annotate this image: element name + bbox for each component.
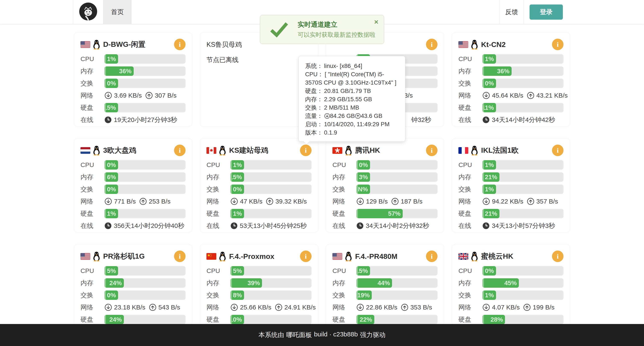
cpu-row: CPU0% bbox=[80, 160, 186, 170]
server-card: Kt-CN2iCPU1%内存36%交换0%网络45.64 KB/s43.21 K… bbox=[452, 32, 570, 127]
swap-row: 交换1% bbox=[458, 290, 564, 300]
memory-progress-bar: 3% bbox=[356, 172, 438, 182]
tooltip-traffic-down: 84.26 GB bbox=[330, 112, 355, 119]
memory-row: 内存21% bbox=[458, 172, 564, 182]
tooltip-row: 交换：2 MB/511 MB bbox=[305, 103, 400, 112]
memory-progress-bar: 44% bbox=[356, 278, 438, 288]
swap-progress-bar: 0% bbox=[104, 290, 186, 300]
network-speed-fragment: 3/s bbox=[404, 92, 413, 99]
memory-label: 内存 bbox=[458, 173, 482, 182]
disk-label: 硬盘 bbox=[458, 315, 482, 324]
upload-arrow-icon bbox=[527, 92, 534, 99]
memory-percent-value: 44% bbox=[378, 280, 390, 286]
memory-percent-value: 6% bbox=[107, 174, 116, 181]
disk-row: 硬盘15% bbox=[80, 103, 186, 112]
footer-build-version: build · c23b88b bbox=[314, 330, 358, 340]
swap-progress-bar: 0% bbox=[104, 78, 186, 88]
disk-percent-value: 22% bbox=[360, 316, 372, 323]
tooltip-row: CPU：[ "Intel(R) Core(TM) i5-3570S CPU @ … bbox=[305, 70, 400, 87]
upload-speed: 24.91 KB/s bbox=[284, 304, 316, 311]
cpu-progress-fill: 5% bbox=[104, 266, 118, 276]
tooltip-row: 内存：2.29 GB/15.55 GB bbox=[305, 95, 400, 103]
info-icon[interactable]: i bbox=[552, 250, 564, 262]
info-icon[interactable]: i bbox=[426, 39, 438, 50]
memory-progress-fill: 6% bbox=[104, 172, 118, 182]
swap-row: 交换0% bbox=[458, 78, 564, 88]
memory-progress-fill: 44% bbox=[356, 278, 392, 288]
country-flag-icon bbox=[80, 41, 90, 48]
swap-label: 交换 bbox=[458, 185, 482, 194]
swap-row: 交换0% bbox=[80, 290, 186, 300]
cpu-percent-value: 0% bbox=[107, 162, 116, 168]
card-title-row: 腾讯HKi bbox=[332, 144, 438, 157]
swap-row: 交换1% bbox=[458, 184, 564, 194]
memory-row: 内存36% bbox=[458, 66, 564, 76]
nav-item-home[interactable]: 首页 bbox=[103, 0, 132, 24]
memory-percent-value: 36% bbox=[497, 68, 510, 75]
memory-progress-bar: 6% bbox=[104, 172, 186, 182]
swap-percent-value: 1% bbox=[485, 292, 494, 299]
memory-percent-value: 36% bbox=[119, 68, 132, 75]
cpu-percent-value: 1% bbox=[485, 162, 494, 168]
disk-progress-fill: 22% bbox=[356, 315, 374, 324]
memory-progress-fill: 21% bbox=[482, 172, 500, 182]
info-icon[interactable]: i bbox=[426, 144, 438, 156]
close-icon[interactable]: × bbox=[374, 18, 378, 26]
swap-row: 交换0% bbox=[206, 184, 312, 194]
disk-progress-bar: 15% bbox=[104, 103, 186, 112]
uptime-value: 19天20小时27分钟3秒 bbox=[114, 116, 177, 124]
info-icon[interactable]: i bbox=[174, 250, 186, 262]
memory-progress-bar: 21% bbox=[482, 172, 564, 182]
cpu-percent-value: 1% bbox=[107, 56, 116, 62]
info-icon[interactable]: i bbox=[552, 144, 564, 156]
swap-progress-fill: N% bbox=[356, 184, 370, 194]
network-speeds: 47 KB/s39.32 KB/s bbox=[230, 198, 307, 205]
info-icon[interactable]: i bbox=[300, 144, 312, 156]
country-flag-icon bbox=[332, 147, 342, 154]
uptime-label: 在线 bbox=[80, 116, 104, 124]
disk-row: 硬盘1% bbox=[80, 209, 186, 218]
cpu-percent-value: 1% bbox=[485, 56, 494, 62]
info-icon[interactable]: i bbox=[174, 39, 186, 50]
memory-label: 内存 bbox=[80, 67, 104, 76]
disk-row: 硬盘24% bbox=[80, 315, 186, 324]
swap-row: 交换19% bbox=[332, 290, 438, 300]
site-logo[interactable] bbox=[73, 0, 103, 24]
login-button[interactable]: 登录 bbox=[530, 4, 563, 20]
info-icon[interactable]: i bbox=[174, 144, 186, 156]
cpu-row: CPU5% bbox=[206, 266, 312, 276]
tooltip-row-value: linux- [x86_64] bbox=[324, 62, 362, 69]
offline-status-text: 节点已离线 bbox=[206, 56, 312, 64]
network-row: 网络771 B/s253 B/s bbox=[80, 197, 186, 206]
disk-label: 硬盘 bbox=[80, 315, 104, 324]
swap-progress-fill: 0% bbox=[482, 78, 496, 88]
info-icon[interactable]: i bbox=[426, 250, 438, 262]
info-icon[interactable]: i bbox=[300, 250, 312, 262]
footer-panel-link[interactable]: 哪吒面板 bbox=[286, 330, 312, 340]
upload-arrow-icon bbox=[149, 304, 156, 311]
disk-percent-value: 24% bbox=[109, 316, 122, 323]
swap-progress-fill: 19% bbox=[356, 290, 372, 300]
uptime-label: 在线 bbox=[80, 222, 104, 230]
memory-label: 内存 bbox=[206, 173, 230, 182]
country-flag-icon bbox=[80, 253, 90, 260]
swap-progress-bar: 8% bbox=[230, 290, 312, 300]
info-icon[interactable]: i bbox=[552, 39, 564, 50]
uptime-row: 在线19天20小时27分钟3秒 bbox=[80, 115, 186, 124]
memory-progress-bar: 15% bbox=[230, 172, 312, 182]
linux-penguin-icon bbox=[92, 145, 100, 156]
uptime-row: 在线356天14小时20分钟40秒 bbox=[80, 221, 186, 230]
memory-row: 内存45% bbox=[458, 278, 564, 288]
disk-progress-bar: 21% bbox=[482, 209, 564, 218]
network-label: 网络 bbox=[458, 303, 482, 312]
swap-progress-fill: 1% bbox=[482, 184, 496, 194]
footer-text-suffix: 强力驱动 bbox=[360, 330, 386, 340]
swap-percent-value: 19% bbox=[357, 292, 370, 299]
swap-row: 交换N% bbox=[332, 184, 438, 194]
nav-item-feedback[interactable]: 反馈 bbox=[499, 0, 524, 24]
memory-percent-value: 45% bbox=[504, 280, 517, 286]
download-arrow-icon bbox=[104, 92, 112, 99]
cpu-progress-fill: 0% bbox=[482, 266, 496, 276]
swap-row: 交换0% bbox=[80, 78, 186, 88]
network-speeds: 3.69 KB/s307 B/s bbox=[104, 92, 176, 99]
